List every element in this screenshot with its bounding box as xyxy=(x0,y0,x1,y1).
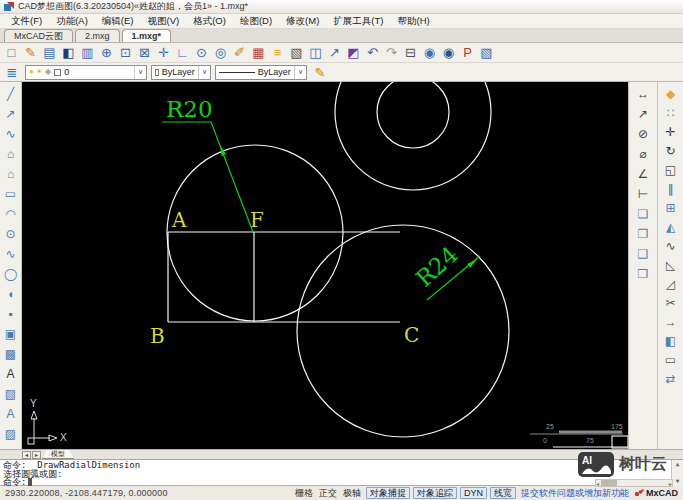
menu-file[interactable]: 文件(F) xyxy=(4,15,49,28)
open-file-button[interactable]: ◧ xyxy=(59,44,78,62)
move-button[interactable]: ✛ xyxy=(662,122,680,141)
status-dyn[interactable]: DYN xyxy=(460,487,487,499)
menu-draw[interactable]: 绘图(D) xyxy=(233,15,279,28)
pencil-icon[interactable]: ✎ xyxy=(311,64,329,80)
join-button[interactable]: ⇄ xyxy=(662,369,680,388)
circle-top-outer[interactable] xyxy=(335,82,491,190)
tab-mxcad-cloud[interactable]: MxCAD云图 xyxy=(4,29,73,42)
create-block-tool[interactable]: ▩ xyxy=(2,344,20,364)
arc-tool[interactable]: ◠ xyxy=(2,204,20,224)
dim-angular-button[interactable]: ∠ xyxy=(634,164,652,184)
menu-help[interactable]: 帮助(H) xyxy=(390,15,436,28)
circle-top-inner[interactable] xyxy=(377,82,449,148)
linetype-select[interactable]: ByLayer ∨ xyxy=(215,65,307,80)
zoom-window-button[interactable]: ⊡ xyxy=(116,44,135,62)
spline-edit-button[interactable]: ∿ xyxy=(662,236,680,255)
draw-settings-button[interactable]: ✐ xyxy=(230,44,249,62)
menu-modify[interactable]: 修改(M) xyxy=(279,15,326,28)
text-tool[interactable]: A xyxy=(2,364,20,384)
circle-r20[interactable] xyxy=(167,145,343,321)
tab-1-mxg[interactable]: 1.mxg* xyxy=(122,29,172,42)
copy-button[interactable]: ∷ xyxy=(662,103,680,122)
explode-button[interactable]: ◧ xyxy=(662,331,680,350)
dim-linear-button[interactable]: ↔ xyxy=(634,84,652,104)
dim-aligned-button[interactable]: ↗ xyxy=(634,104,652,124)
line-tool[interactable]: ╱ xyxy=(2,84,20,104)
status-lineweight[interactable]: 线宽 xyxy=(490,487,516,499)
selection-set-button[interactable]: ↗ xyxy=(325,44,344,62)
layer-manager-button[interactable]: ◫ xyxy=(306,44,325,62)
erase-button[interactable]: ◆ xyxy=(662,84,680,103)
dim-radius-button[interactable]: ⊘ xyxy=(634,124,652,144)
layer-list-button[interactable]: ▧ xyxy=(287,44,306,62)
chevron-down-icon[interactable]: ∨ xyxy=(294,66,303,79)
polygon-edge-tool[interactable]: ⌂ xyxy=(2,164,20,184)
menu-view[interactable]: 视图(V) xyxy=(140,15,186,28)
export-pdf-button[interactable]: P xyxy=(458,44,477,62)
pan-button[interactable]: ✛ xyxy=(154,44,173,62)
status-polar[interactable]: 极轴 xyxy=(343,487,361,500)
insert-block-tool[interactable]: ▣ xyxy=(2,324,20,344)
save-button[interactable]: ▤ xyxy=(40,44,59,62)
wipeout-button[interactable]: ▭ xyxy=(662,350,680,369)
quick-draw-button[interactable]: ✎ xyxy=(21,44,40,62)
web-publish-button[interactable]: ◉ xyxy=(420,44,439,62)
save-as-button[interactable]: ▥ xyxy=(78,44,97,62)
rotate-button[interactable]: ↻ xyxy=(662,141,680,160)
polygon-tool[interactable]: ⌂ xyxy=(2,144,20,164)
paste-block-button[interactable]: ❒ xyxy=(634,264,652,284)
status-otrack[interactable]: 对象追踪 xyxy=(413,487,457,499)
canvas-area[interactable]: AFBCR20R24XY25175075 xyxy=(22,82,628,449)
scale-button[interactable]: ◱ xyxy=(662,160,680,179)
image-tool[interactable]: ▧ xyxy=(2,384,20,404)
paste-clip-button[interactable]: ❑ xyxy=(634,244,652,264)
scroll-left-icon[interactable]: ◂ xyxy=(596,480,599,487)
dim-continue-button[interactable]: ⊢ xyxy=(634,184,652,204)
point-label-C[interactable]: C xyxy=(404,323,419,347)
dim-diameter-button[interactable]: ⌀ xyxy=(634,144,652,164)
redo-button[interactable]: ↷ xyxy=(382,44,401,62)
fillet-button[interactable]: ◿ xyxy=(662,274,680,293)
print-button[interactable]: ⊟ xyxy=(401,44,420,62)
zoom-object-button[interactable]: ⊙ xyxy=(192,44,211,62)
status-grid[interactable]: 栅格 xyxy=(295,487,313,500)
layout-prev-button[interactable]: ◂ xyxy=(22,451,31,459)
table-button[interactable]: ▦ xyxy=(249,44,268,62)
undo-button[interactable]: ↶ xyxy=(363,44,382,62)
dimension-text-R24[interactable]: R24 xyxy=(411,241,463,291)
rectangle-tool[interactable]: ▭ xyxy=(2,184,20,204)
layer-translate-button[interactable]: ◩ xyxy=(344,44,363,62)
tab-2-mxg[interactable]: 2.mxg xyxy=(75,29,120,42)
copy-base-button[interactable]: ❐ xyxy=(634,224,652,244)
layout-next-button[interactable]: ▸ xyxy=(32,451,41,459)
new-file-button[interactable]: □ xyxy=(2,44,21,62)
zoom-extents-button[interactable]: ⊠ xyxy=(135,44,154,62)
hatch-tool[interactable]: ▨ xyxy=(2,424,20,444)
spline-tool[interactable]: ∿ xyxy=(2,244,20,264)
menu-express-tools[interactable]: 扩展工具(T) xyxy=(326,15,390,28)
layer-select[interactable]: ●☀◆ 0 ∨ xyxy=(25,65,147,80)
polyline-tool[interactable]: ∿ xyxy=(2,124,20,144)
chevron-down-icon[interactable]: ∨ xyxy=(134,66,143,79)
named-view-button[interactable]: ◎ xyxy=(211,44,230,62)
text-style-button[interactable]: ≡ xyxy=(268,44,287,62)
offset-button[interactable]: ∥ xyxy=(662,179,680,198)
circle-tool[interactable]: ⊙ xyxy=(2,224,20,244)
menu-edit[interactable]: 编辑(E) xyxy=(95,15,141,28)
status-ortho[interactable]: 正交 xyxy=(319,487,337,500)
point-label-A[interactable]: A xyxy=(171,208,187,232)
circle-r24[interactable] xyxy=(297,225,509,437)
construction-line-tool[interactable]: ↗ xyxy=(2,104,20,124)
scrollbar-thumb[interactable] xyxy=(601,480,617,486)
export-image-button[interactable]: ▧ xyxy=(477,44,496,62)
menu-format[interactable]: 格式(O) xyxy=(186,15,233,28)
chevron-down-icon[interactable]: ∨ xyxy=(198,66,207,79)
drawing-canvas[interactable]: AFBCR20R24XY25175075 xyxy=(22,82,628,449)
point-tool[interactable]: ▪ xyxy=(2,304,20,324)
color-select[interactable]: ByLayer ∨ xyxy=(151,65,211,80)
zoom-in-button[interactable]: ⊕ xyxy=(97,44,116,62)
trim-button[interactable]: ✂ xyxy=(662,293,680,312)
chamfer-button[interactable]: ◺ xyxy=(662,255,680,274)
view-scale-button[interactable]: ∟ xyxy=(173,44,192,62)
dimension-text-R20[interactable]: R20 xyxy=(166,96,213,122)
